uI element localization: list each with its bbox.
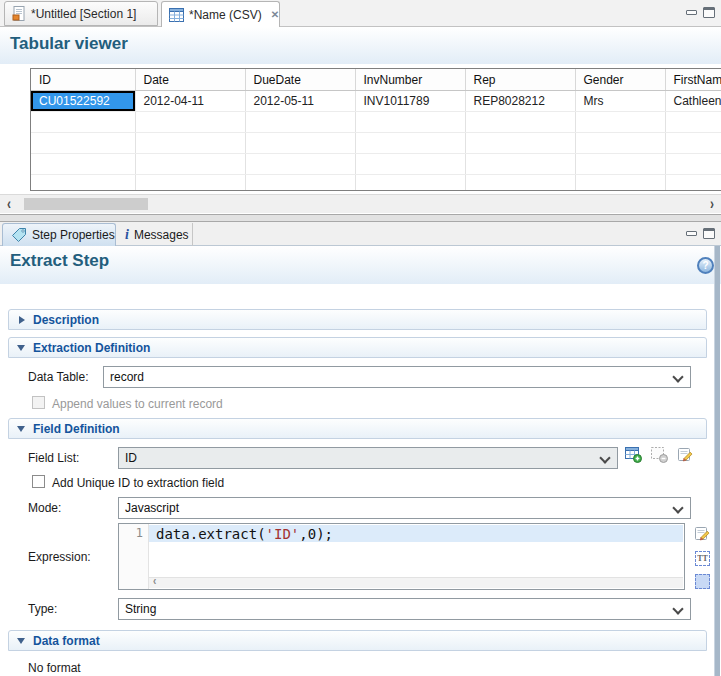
section-title: Data format [33, 634, 100, 648]
line-number: 1 [136, 526, 143, 540]
editor-area: *Untitled [Section 1] *Name (CSV) ✕ [0, 0, 721, 215]
unique-id-checkbox[interactable] [32, 475, 45, 488]
chevron-right-icon [19, 316, 25, 324]
extract-step-content: Extract Step ? Description Extraction De… [0, 246, 721, 676]
mode-label: Mode: [28, 501, 61, 515]
cell-duedate[interactable]: 2012-05-11 [245, 91, 355, 112]
step-properties-panel: Step Properties i Messages Extract Step … [0, 221, 721, 676]
extract-step-header: Extract Step ? [0, 246, 721, 284]
minimize-icon[interactable] [686, 231, 697, 236]
tab-label: Step Properties [32, 228, 115, 242]
help-icon[interactable]: ? [697, 257, 714, 274]
column-header-gender[interactable]: Gender [575, 69, 665, 91]
section-data-format[interactable]: Data format [8, 630, 707, 651]
expression-scrollbar[interactable]: ‹ [149, 577, 683, 588]
type-select[interactable]: String [118, 598, 691, 620]
table-row-empty [31, 133, 721, 154]
code-text: ,0); [299, 526, 333, 542]
column-header-firstname[interactable]: FirstName [665, 69, 721, 91]
table-row: CU01522592 2012-04-11 2012-05-11 INV1011… [31, 91, 721, 112]
section-title: Extraction Definition [33, 341, 150, 355]
chevron-down-icon [672, 502, 683, 513]
panel-tab-bar: Step Properties i Messages [0, 222, 721, 246]
expression-editor[interactable]: 1 data.extract('ID',0); ‹ [118, 523, 685, 590]
cell-date[interactable]: 2012-04-11 [135, 91, 245, 112]
table-row-empty [31, 112, 721, 133]
code-string-literal: 'ID' [266, 526, 300, 542]
selection-box-button[interactable] [695, 574, 710, 589]
expression-label: Expression: [28, 550, 91, 564]
data-table: ID Date DueDate InvNumber Rep Gender Fir… [30, 68, 721, 191]
expression-code[interactable]: data.extract('ID',0); [156, 526, 333, 542]
column-header-rep[interactable]: Rep [465, 69, 575, 91]
cell-invnumber[interactable]: INV1011789 [355, 91, 465, 112]
append-values-label: Append values to current record [52, 397, 223, 411]
maximize-icon[interactable] [703, 228, 715, 239]
document-icon [12, 6, 26, 21]
data-table-select[interactable]: record [103, 366, 691, 388]
data-table-label: Data Table: [28, 370, 89, 384]
scroll-right-icon[interactable]: › [710, 194, 714, 215]
table-header-row: ID Date DueDate InvNumber Rep Gender Fir… [31, 69, 721, 91]
tabular-viewer-title: Tabular viewer [10, 34, 128, 54]
section-title: Description [33, 313, 99, 327]
code-text: data.extract( [156, 526, 266, 542]
horizontal-scrollbar[interactable]: ‹ › [0, 194, 721, 213]
section-field-definition[interactable]: Field Definition [8, 418, 707, 439]
mode-value: Javascript [125, 501, 179, 515]
cell-firstname[interactable]: Cathleen [665, 91, 721, 112]
field-list-label: Field List: [28, 451, 79, 465]
vertical-scrollbar[interactable] [714, 246, 720, 676]
tab-label: *Untitled [Section 1] [31, 7, 136, 21]
unique-id-label: Add Unique ID to extraction field [52, 476, 224, 490]
add-field-icon [625, 447, 642, 463]
text-wizard-icon: TT [697, 554, 708, 563]
mode-select[interactable]: Javascript [118, 497, 691, 519]
edit-field-button[interactable] [677, 446, 695, 463]
section-title: Field Definition [33, 422, 120, 436]
chevron-down-icon [672, 371, 683, 382]
field-list-value: ID [125, 451, 137, 465]
field-list-select[interactable]: ID [118, 447, 618, 469]
chevron-down-icon [672, 603, 683, 614]
column-header-duedate[interactable]: DueDate [245, 69, 355, 91]
scrollbar-thumb[interactable] [24, 198, 148, 210]
edit-expression-button[interactable] [694, 525, 712, 542]
table-row-empty [31, 154, 721, 175]
tab-step-properties[interactable]: Step Properties [2, 223, 116, 246]
minimize-icon[interactable] [686, 10, 697, 15]
edit-expression-icon [694, 525, 711, 542]
add-field-button[interactable] [625, 447, 643, 464]
column-header-date[interactable]: Date [135, 69, 245, 91]
chevron-down-icon [17, 345, 25, 351]
cell-gender[interactable]: Mrs [575, 91, 665, 112]
close-icon[interactable]: ✕ [271, 9, 279, 20]
scroll-left-icon[interactable]: ‹ [7, 194, 11, 215]
column-header-id[interactable]: ID [31, 69, 135, 91]
table-icon [169, 8, 184, 22]
tab-label: *Name (CSV) [189, 8, 262, 22]
tab-label: Messages [134, 228, 189, 242]
chevron-down-icon [17, 426, 25, 432]
remove-field-icon [651, 447, 668, 463]
editor-tab-bar: *Untitled [Section 1] *Name (CSV) ✕ [0, 0, 721, 27]
selected-cell-id[interactable]: CU01522592 [31, 91, 135, 112]
maximize-icon[interactable] [703, 7, 715, 18]
info-icon: i [125, 227, 129, 243]
type-value: String [125, 602, 156, 616]
text-wizard-button[interactable]: TT [695, 551, 710, 566]
scroll-left-icon[interactable]: ‹ [153, 574, 156, 587]
section-description[interactable]: Description [8, 309, 707, 330]
tab-messages[interactable]: i Messages [117, 223, 193, 246]
tab-untitled-section[interactable]: *Untitled [Section 1] [4, 1, 158, 26]
edit-field-icon [677, 446, 694, 463]
datamapper-window: *Untitled [Section 1] *Name (CSV) ✕ [0, 0, 721, 676]
cell-rep[interactable]: REP8028212 [465, 91, 575, 112]
column-header-invnumber[interactable]: InvNumber [355, 69, 465, 91]
type-label: Type: [28, 602, 57, 616]
table-row-empty [31, 175, 721, 192]
section-extraction-definition[interactable]: Extraction Definition [8, 337, 707, 358]
append-values-checkbox [32, 396, 45, 409]
line-number-gutter: 1 [119, 524, 149, 589]
tab-name-csv[interactable]: *Name (CSV) ✕ [161, 1, 280, 27]
